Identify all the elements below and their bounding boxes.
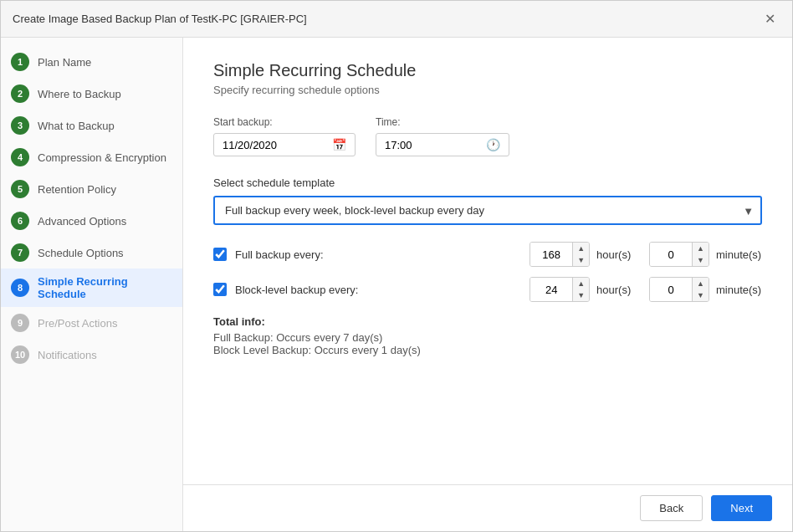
sidebar-item-4[interactable]: 4 Compression & Encryption — [1, 141, 182, 173]
full-backup-minutes-wrap: ▲ ▼ — [649, 242, 709, 267]
schedule-template-wrapper: Full backup every week, block-level back… — [213, 196, 762, 225]
sidebar-label-7: Schedule Options — [38, 247, 124, 259]
schedule-template-select[interactable]: Full backup every week, block-level back… — [213, 196, 762, 225]
step-circle-8: 8 — [11, 279, 29, 297]
calendar-icon: 📅 — [332, 138, 346, 151]
full-backup-minutes-spinners: ▲ ▼ — [692, 243, 709, 266]
next-button[interactable]: Next — [711, 495, 772, 521]
block-backup-spinner-group: ▲ ▼ hour(s) ▲ ▼ minute(s) — [530, 277, 762, 302]
step-circle-7: 7 — [11, 243, 29, 262]
full-backup-hours-spinners: ▲ ▼ — [572, 243, 589, 266]
sidebar-label-1: Plan Name — [38, 56, 91, 69]
time-input[interactable] — [385, 139, 481, 151]
time-group: Time: 🕐 — [376, 116, 509, 156]
block-backup-hours-spinners: ▲ ▼ — [572, 278, 589, 301]
full-backup-row: Full backup every: ▲ ▼ hour(s) — [213, 242, 762, 267]
total-info-line2: Block Level Backup: Occurs every 1 day(s… — [213, 344, 762, 356]
sidebar-label-2: Where to Backup — [38, 88, 121, 100]
main-content: Simple Recurring Schedule Specify recurr… — [183, 38, 792, 531]
back-button[interactable]: Back — [640, 495, 703, 521]
step-circle-2: 2 — [11, 84, 29, 103]
title-bar: Create Image Based Backup Plan of TestK-… — [1, 1, 792, 38]
sidebar: 1 Plan Name 2 Where to Backup 3 What to … — [1, 38, 183, 531]
full-backup-hours-label: hour(s) — [596, 248, 642, 261]
block-backup-minutes-wrap: ▲ ▼ — [649, 277, 709, 302]
total-info-section: Total info: Full Backup: Occurs every 7 … — [213, 315, 762, 356]
clock-icon: 🕐 — [486, 138, 500, 151]
full-backup-minutes-label: minute(s) — [716, 248, 762, 261]
sidebar-label-4: Compression & Encryption — [38, 151, 166, 164]
sidebar-label-3: What to Backup — [38, 120, 115, 132]
sidebar-item-10: 10 Notifications — [1, 339, 182, 371]
sidebar-label-10: Notifications — [38, 349, 97, 361]
sidebar-item-9: 9 Pre/Post Actions — [1, 307, 182, 339]
block-backup-hours-up[interactable]: ▲ — [573, 278, 589, 289]
sidebar-item-3[interactable]: 3 What to Backup — [1, 110, 182, 141]
block-backup-minutes-down[interactable]: ▼ — [693, 289, 709, 301]
step-circle-3: 3 — [11, 116, 29, 135]
full-backup-hours-input[interactable] — [530, 243, 572, 266]
sidebar-item-7[interactable]: 7 Schedule Options — [1, 237, 182, 269]
sidebar-label-5: Retention Policy — [38, 183, 116, 196]
sidebar-label-9: Pre/Post Actions — [38, 317, 117, 330]
block-backup-minutes-spinners: ▲ ▼ — [692, 278, 709, 301]
full-backup-minutes-down[interactable]: ▼ — [693, 254, 709, 266]
block-backup-hours-input[interactable] — [530, 278, 572, 301]
total-info-line1: Full Backup: Occurs every 7 day(s) — [213, 331, 762, 344]
sidebar-item-6[interactable]: 6 Advanced Options — [1, 205, 182, 237]
sidebar-item-2[interactable]: 2 Where to Backup — [1, 78, 182, 110]
footer: Back Next — [183, 484, 792, 531]
dialog-title: Create Image Based Backup Plan of TestK-… — [13, 13, 307, 25]
block-backup-row: Block-level backup every: ▲ ▼ hour(s) — [213, 277, 762, 302]
total-info-title: Total info: — [213, 315, 762, 328]
full-backup-hours-down[interactable]: ▼ — [573, 254, 589, 266]
close-button[interactable]: ✕ — [760, 9, 780, 28]
step-circle-6: 6 — [11, 212, 29, 230]
full-backup-minutes-input[interactable] — [650, 243, 692, 266]
block-backup-hours-wrap: ▲ ▼ — [530, 277, 590, 302]
step-circle-10: 10 — [11, 345, 29, 364]
page-title: Simple Recurring Schedule — [213, 61, 762, 80]
full-backup-hours-wrap: ▲ ▼ — [530, 242, 590, 267]
full-backup-label: Full backup every: — [235, 248, 369, 261]
sidebar-item-5[interactable]: 5 Retention Policy — [1, 173, 182, 205]
step-circle-4: 4 — [11, 148, 29, 166]
start-backup-input-wrap: 📅 — [213, 133, 356, 156]
start-backup-input[interactable] — [223, 139, 327, 151]
block-backup-checkbox[interactable] — [213, 283, 227, 296]
full-backup-spinner-group: ▲ ▼ hour(s) ▲ ▼ minute(s) — [530, 242, 762, 267]
start-backup-label: Start backup: — [213, 116, 356, 128]
full-backup-minutes-up[interactable]: ▲ — [693, 243, 709, 254]
block-backup-minutes-input[interactable] — [650, 278, 692, 301]
sidebar-label-8: Simple Recurring Schedule — [38, 275, 172, 300]
time-input-wrap: 🕐 — [376, 133, 509, 156]
full-backup-hours-up[interactable]: ▲ — [573, 243, 589, 254]
time-label: Time: — [376, 116, 509, 128]
block-backup-minutes-up[interactable]: ▲ — [693, 278, 709, 289]
sidebar-item-8[interactable]: 8 Simple Recurring Schedule — [1, 269, 182, 307]
dialog-body: 1 Plan Name 2 Where to Backup 3 What to … — [1, 38, 792, 531]
sidebar-label-6: Advanced Options — [38, 215, 126, 228]
content-area: Simple Recurring Schedule Specify recurr… — [183, 38, 792, 484]
start-backup-group: Start backup: 📅 — [213, 116, 356, 156]
step-circle-1: 1 — [11, 53, 29, 71]
block-backup-label: Block-level backup every: — [235, 284, 369, 296]
block-backup-minutes-label: minute(s) — [716, 284, 762, 296]
page-subtitle: Specify recurring schedule options — [213, 84, 762, 96]
full-backup-checkbox[interactable] — [213, 248, 227, 261]
dialog-window: Create Image Based Backup Plan of TestK-… — [0, 0, 793, 532]
step-circle-9: 9 — [11, 314, 29, 332]
date-time-row: Start backup: 📅 Time: 🕐 — [213, 116, 762, 156]
block-backup-hours-label: hour(s) — [596, 284, 642, 296]
step-circle-5: 5 — [11, 180, 29, 198]
block-backup-hours-down[interactable]: ▼ — [573, 289, 589, 301]
schedule-template-label: Select schedule template — [213, 176, 762, 189]
sidebar-item-1[interactable]: 1 Plan Name — [1, 46, 182, 78]
